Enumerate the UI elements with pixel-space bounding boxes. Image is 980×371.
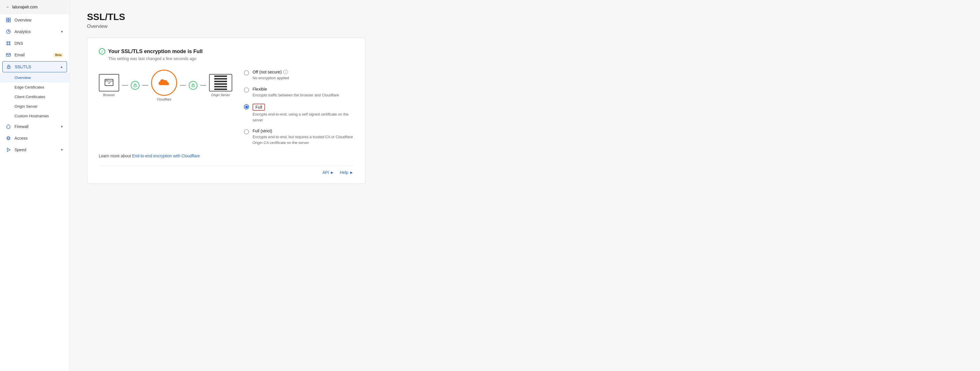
- ssl-tls-icon: [6, 64, 11, 69]
- browser-node: Browser: [99, 74, 119, 97]
- ssl-tls-label: SSL/TLS: [15, 64, 57, 69]
- option-off-text: Off (not secure) i No encryption applied: [253, 70, 289, 81]
- firewall-chevron-icon: ▼: [60, 125, 64, 128]
- submenu-origin-server-label: Origin Server: [14, 104, 38, 109]
- submenu-item-client-certificates[interactable]: Client Certificates: [0, 92, 69, 102]
- sidebar-item-analytics[interactable]: Analytics ▼: [0, 26, 69, 37]
- option-off[interactable]: Off (not secure) i No encryption applied: [244, 70, 353, 81]
- svg-point-8: [9, 44, 10, 45]
- dns-icon: [6, 41, 11, 46]
- server-line-5: [214, 86, 227, 87]
- svg-marker-18: [7, 148, 10, 152]
- speed-label: Speed: [14, 147, 57, 152]
- option-flexible[interactable]: Flexible Encrypts traffic between the br…: [244, 87, 353, 98]
- svg-rect-23: [192, 85, 194, 87]
- connector-2: [142, 85, 148, 86]
- submenu-overview-label: Overview: [14, 75, 31, 80]
- radio-full-strict[interactable]: [244, 129, 249, 134]
- email-badge: Beta: [53, 53, 64, 57]
- access-label: Access: [14, 136, 64, 141]
- option-off-title: Off (not secure) i: [253, 70, 289, 74]
- overview-icon: [6, 18, 11, 22]
- learn-more-link-text: End-to-end encryption with Cloudflare: [132, 154, 200, 158]
- option-full-strict-text: Full (strict) Encrypts end-to-end, but r…: [253, 129, 353, 146]
- ssl-tls-submenu: Overview Edge Certificates Client Certif…: [0, 73, 69, 121]
- sidebar-item-email[interactable]: Email Beta: [0, 49, 69, 61]
- radio-flexible[interactable]: [244, 87, 249, 93]
- email-icon: [6, 52, 11, 58]
- server-box: [209, 74, 232, 91]
- help-arrow-icon: ►: [349, 170, 353, 175]
- option-full[interactable]: Full Encrypts end-to-end, using a self s…: [244, 104, 353, 123]
- svg-point-7: [7, 44, 8, 45]
- submenu-item-edge-certificates[interactable]: Edge Certificates: [0, 82, 69, 92]
- option-full-desc: Encrypts end-to-end, using a self signed…: [253, 112, 353, 123]
- page-subtitle: Overview: [87, 24, 963, 29]
- radio-full[interactable]: [244, 104, 249, 109]
- svg-rect-2: [6, 20, 8, 22]
- svg-point-6: [9, 42, 10, 43]
- analytics-label: Analytics: [14, 29, 57, 34]
- submenu-edge-certs-label: Edge Certificates: [14, 85, 45, 90]
- help-link[interactable]: Help ►: [340, 170, 353, 175]
- submenu-custom-hostnames-label: Custom Hostnames: [14, 114, 49, 118]
- firewall-icon: [6, 124, 11, 129]
- svg-rect-1: [9, 18, 10, 20]
- learn-more-link[interactable]: End-to-end encryption with Cloudflare: [132, 154, 200, 158]
- server-line-6: [214, 88, 227, 90]
- domain-label: lalunajwlr.com: [12, 5, 38, 9]
- cloudflare-label: Cloudflare: [157, 98, 171, 101]
- radio-off[interactable]: [244, 70, 249, 75]
- dns-label: DNS: [14, 41, 64, 46]
- svg-point-15: [8, 67, 9, 68]
- option-off-desc: No encryption applied: [253, 75, 289, 81]
- sidebar-domain[interactable]: ← lalunajwlr.com: [0, 0, 69, 14]
- sidebar-item-overview[interactable]: Overview: [0, 14, 69, 26]
- option-full-strict-desc: Encrypts end-to-end, but requires a trus…: [253, 134, 353, 146]
- encryption-diagram: Browser: [99, 70, 232, 101]
- back-arrow-icon: ←: [6, 5, 10, 9]
- status-title: Your SSL/TLS encryption mode is Full: [108, 48, 203, 54]
- api-link[interactable]: API ►: [322, 170, 334, 175]
- submenu-item-origin-server[interactable]: Origin Server: [0, 102, 69, 111]
- analytics-icon: [6, 29, 11, 34]
- lock-icon-2: [189, 81, 197, 90]
- svg-rect-22: [134, 85, 137, 87]
- cloudflare-node: Cloudflare: [151, 70, 177, 101]
- sidebar-item-access[interactable]: Access: [0, 133, 69, 144]
- option-full-strict-title: Full (strict): [253, 129, 353, 133]
- overview-label: Overview: [14, 18, 64, 22]
- speed-icon: [6, 147, 11, 152]
- sidebar: ← lalunajwlr.com Overview Analytics ▼: [0, 0, 70, 371]
- sidebar-item-dns[interactable]: DNS: [0, 37, 69, 49]
- info-icon-off[interactable]: i: [283, 70, 288, 74]
- sidebar-item-speed[interactable]: Speed ▼: [0, 144, 69, 156]
- svg-rect-3: [9, 20, 10, 22]
- sidebar-item-ssl-tls[interactable]: SSL/TLS ▲: [2, 61, 67, 72]
- connector-1: [122, 85, 128, 86]
- option-full-strict[interactable]: Full (strict) Encrypts end-to-end, but r…: [244, 129, 353, 146]
- firewall-label: Firewall: [14, 124, 57, 129]
- option-flexible-desc: Encrypts traffic between the browser and…: [253, 92, 339, 98]
- server-line-1: [214, 75, 227, 77]
- sidebar-item-firewall[interactable]: Firewall ▼: [0, 121, 69, 133]
- browser-box: [99, 74, 119, 91]
- access-icon: [6, 136, 11, 141]
- option-flexible-title: Flexible: [253, 87, 339, 91]
- option-full-title: Full: [253, 104, 353, 110]
- speed-chevron-icon: ▼: [60, 148, 64, 152]
- connector-3: [180, 85, 186, 86]
- svg-rect-0: [6, 18, 8, 20]
- learn-more-prefix: Learn more about: [99, 154, 132, 158]
- submenu-item-custom-hostnames[interactable]: Custom Hostnames: [0, 111, 69, 121]
- ssl-card: ✓ Your SSL/TLS encryption mode is Full T…: [87, 37, 365, 184]
- server-label: Origin Server: [212, 93, 230, 97]
- main-content: SSL/TLS Overview ✓ Your SSL/TLS encrypti…: [70, 0, 980, 371]
- encryption-options: Off (not secure) i No encryption applied…: [244, 70, 353, 146]
- submenu-client-certs-label: Client Certificates: [14, 94, 45, 99]
- content-row: Browser: [99, 70, 353, 146]
- server-lines: [214, 75, 227, 90]
- server-line-3: [214, 81, 227, 82]
- svg-rect-13: [6, 53, 10, 56]
- submenu-item-overview[interactable]: Overview: [0, 73, 69, 82]
